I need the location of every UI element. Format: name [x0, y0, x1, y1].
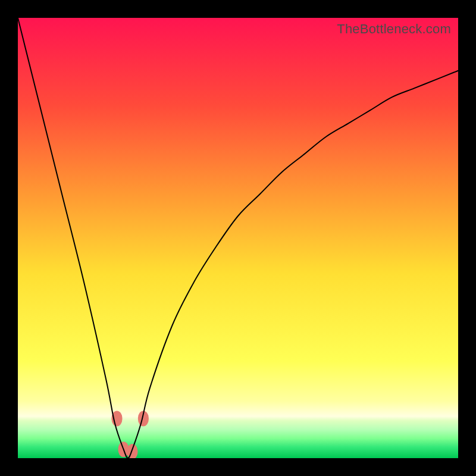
bottleneck-curve	[18, 18, 458, 458]
plot-frame: TheBottleneck.com	[18, 18, 458, 458]
